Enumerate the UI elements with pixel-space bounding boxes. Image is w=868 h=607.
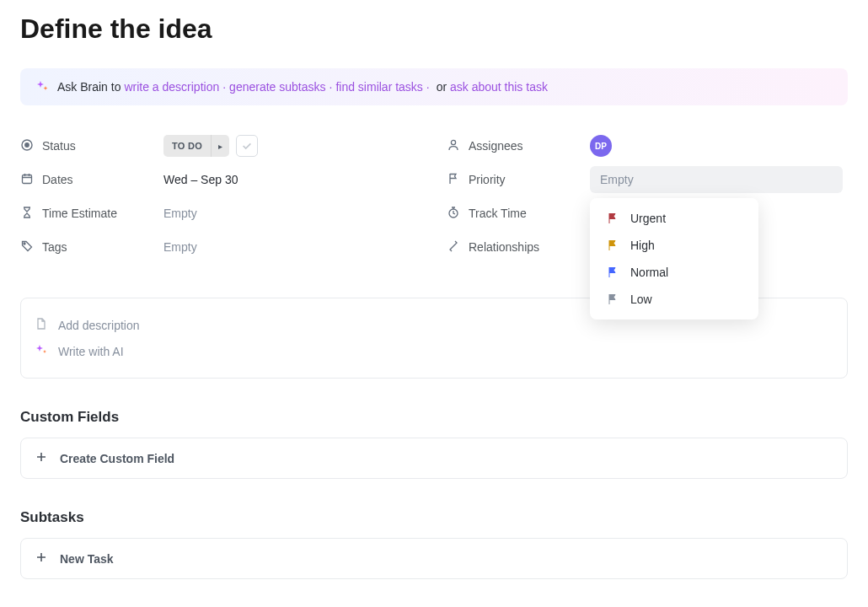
tag-icon (20, 239, 34, 255)
flag-icon (447, 172, 460, 188)
page-title: Define the idea (20, 13, 848, 45)
priority-option-urgent[interactable]: Urgent (590, 205, 758, 232)
dates-value[interactable]: Wed – Sep 30 (163, 173, 238, 186)
field-assignees: Assignees DP (447, 129, 848, 163)
priority-input[interactable]: Empty Urgent High Normal (590, 166, 843, 193)
field-time-estimate: Time Estimate Empty (20, 196, 421, 230)
field-dates: Dates Wed – Sep 30 (20, 163, 421, 196)
document-icon (35, 317, 48, 333)
custom-fields-heading: Custom Fields (20, 409, 848, 426)
relationships-label: Relationships (469, 240, 539, 254)
hourglass-icon (20, 206, 34, 222)
field-tags: Tags Empty (20, 230, 421, 264)
svg-point-5 (24, 243, 25, 244)
brain-link-write[interactable]: write a description (124, 80, 219, 94)
svg-point-1 (25, 142, 29, 146)
new-task[interactable]: New Task (20, 538, 848, 579)
stopwatch-icon (447, 206, 460, 222)
relationships-icon (447, 239, 460, 255)
svg-rect-3 (23, 175, 32, 183)
plus-icon (35, 450, 48, 466)
calendar-icon (20, 172, 34, 188)
tags-label: Tags (42, 240, 67, 254)
brain-link-similar[interactable]: find similar tasks (335, 80, 422, 94)
field-priority: Priority Empty Urgent High Normal (447, 163, 848, 196)
write-with-ai[interactable]: Write with AI (35, 338, 833, 364)
flag-high-icon (607, 239, 619, 251)
subtasks-heading: Subtasks (20, 509, 848, 526)
complete-button[interactable] (236, 135, 258, 157)
priority-option-normal[interactable]: Normal (590, 259, 758, 286)
flag-urgent-icon (607, 212, 619, 224)
dates-label: Dates (42, 173, 73, 186)
create-custom-field[interactable]: Create Custom Field (20, 438, 848, 479)
fields-grid: Status TO DO ▸ Assignees DP Dates Wed – … (20, 129, 848, 264)
track-time-label: Track Time (469, 207, 527, 220)
person-icon (447, 138, 460, 154)
time-estimate-label: Time Estimate (42, 207, 117, 220)
status-label: Status (42, 139, 76, 153)
plus-icon (35, 551, 48, 567)
priority-option-high[interactable]: High (590, 232, 758, 259)
sparkle-icon (35, 80, 49, 94)
avatar[interactable]: DP (590, 135, 612, 157)
status-icon (20, 138, 34, 154)
priority-option-low[interactable]: Low (590, 286, 758, 313)
priority-label: Priority (469, 173, 506, 186)
field-status: Status TO DO ▸ (20, 129, 421, 163)
priority-dropdown: Urgent High Normal Low (590, 198, 758, 320)
brain-banner: Ask Brain to write a description·generat… (20, 68, 848, 105)
status-pill[interactable]: TO DO ▸ (163, 135, 229, 157)
brain-link-ask[interactable]: ask about this task (450, 80, 548, 94)
flag-normal-icon (607, 266, 619, 278)
time-estimate-value[interactable]: Empty (163, 207, 197, 220)
status-next-icon[interactable]: ▸ (211, 135, 229, 157)
brain-text: Ask Brain to write a description·generat… (57, 80, 548, 94)
sparkle-icon (35, 343, 48, 359)
brain-link-subtasks[interactable]: generate subtasks (229, 80, 325, 94)
flag-low-icon (607, 293, 619, 305)
assignees-label: Assignees (469, 139, 523, 153)
tags-value[interactable]: Empty (163, 240, 197, 254)
svg-point-2 (451, 140, 455, 144)
